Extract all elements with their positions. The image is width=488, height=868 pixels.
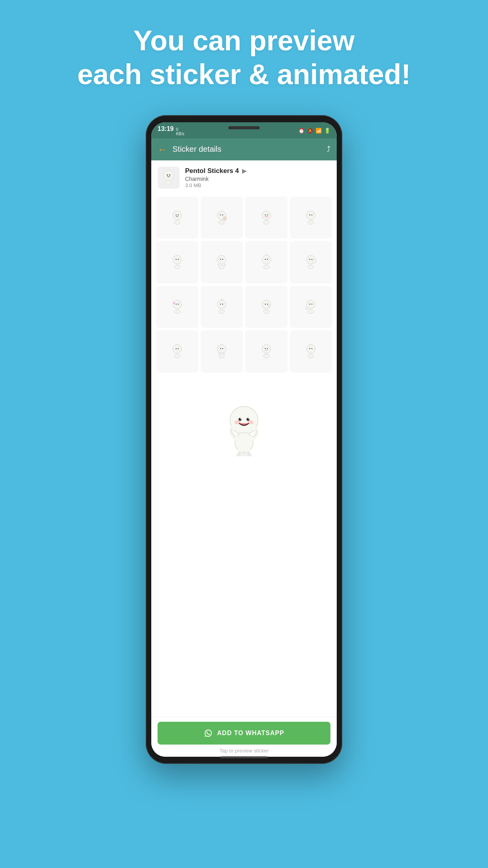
- svg-point-16: [265, 214, 266, 215]
- svg-point-87: [235, 420, 240, 424]
- svg-point-66: [176, 348, 176, 349]
- pack-name-text: Pentol Stickers 4: [185, 167, 239, 175]
- sticker-cell-4[interactable]: [290, 197, 332, 239]
- back-button[interactable]: ←: [158, 144, 167, 155]
- content-area: Pentol Stickers 4 ▶ Charmink 3.0 MB: [151, 160, 337, 757]
- sticker-cell-8[interactable]: [290, 241, 332, 283]
- add-button-text: ADD TO WHATSAPP: [217, 730, 284, 737]
- svg-point-63: [305, 307, 308, 309]
- svg-point-71: [222, 348, 223, 349]
- svg-point-48: [217, 300, 226, 309]
- app-bar-left: ← Sticker details: [158, 144, 222, 155]
- sticker-cell-3[interactable]: [245, 197, 288, 239]
- sticker-cell-15[interactable]: [245, 330, 288, 373]
- pack-thumbnail: [158, 167, 180, 189]
- svg-point-3: [169, 174, 171, 175]
- svg-point-1: [165, 180, 172, 184]
- sticker-cell-10[interactable]: [201, 286, 243, 328]
- svg-line-32: [224, 264, 226, 266]
- svg-point-15: [263, 221, 269, 224]
- svg-point-44: [174, 310, 180, 313]
- svg-rect-58: [268, 304, 270, 307]
- pack-author: Charmink: [185, 176, 330, 182]
- phone-frame: 13:19 0KB/s ⏰ 🔕 📶 🔋 ← Sticker details ⤴: [146, 115, 342, 764]
- svg-point-36: [265, 259, 266, 259]
- svg-point-55: [263, 310, 269, 313]
- svg-point-39: [308, 265, 314, 268]
- svg-point-42: [313, 259, 316, 263]
- svg-point-86: [248, 418, 250, 419]
- sticker-cell-11[interactable]: [245, 286, 288, 328]
- pack-name-row: Pentol Stickers 4 ▶: [185, 167, 330, 175]
- svg-point-65: [174, 354, 180, 358]
- sticker-cell-7[interactable]: [245, 241, 288, 283]
- play-icon[interactable]: ▶: [242, 167, 247, 175]
- svg-point-46: [176, 303, 176, 304]
- svg-point-60: [308, 310, 314, 313]
- svg-point-2: [167, 174, 168, 175]
- svg-point-11: [222, 214, 223, 215]
- pack-size: 3.0 MB: [185, 182, 330, 188]
- svg-point-37: [267, 259, 268, 259]
- svg-point-18: [306, 211, 315, 219]
- svg-point-10: [220, 214, 221, 215]
- phone-mockup: 13:19 0KB/s ⏰ 🔕 📶 🔋 ← Sticker details ⤴: [146, 115, 342, 764]
- svg-point-17: [267, 214, 268, 215]
- svg-point-56: [265, 303, 266, 304]
- svg-point-81: [312, 348, 312, 349]
- svg-point-49: [219, 310, 225, 313]
- sticker-cell-14[interactable]: [201, 330, 243, 373]
- tap-preview-text: Tap to preview sticker: [158, 748, 330, 754]
- svg-point-5: [174, 221, 180, 224]
- svg-point-27: [217, 256, 226, 264]
- status-left: 13:19 0KB/s: [158, 125, 184, 136]
- sticker-cell-1[interactable]: [156, 197, 198, 239]
- share-icon[interactable]: ⤴: [327, 145, 330, 154]
- sticker-grid: [156, 197, 332, 373]
- sticker-cell-5[interactable]: [156, 241, 198, 283]
- sticker-cell-13[interactable]: [156, 330, 198, 373]
- sticker-cell-16[interactable]: [290, 330, 332, 373]
- svg-point-26: [178, 259, 178, 259]
- svg-point-0: [163, 170, 174, 180]
- svg-point-78: [306, 345, 315, 353]
- svg-point-57: [267, 303, 268, 304]
- svg-point-51: [222, 303, 223, 304]
- svg-point-33: [262, 256, 271, 264]
- svg-point-67: [178, 348, 178, 349]
- svg-point-43: [173, 300, 182, 309]
- svg-point-6: [176, 214, 176, 215]
- svg-point-80: [309, 348, 310, 349]
- sticker-cell-2[interactable]: [201, 197, 243, 239]
- svg-point-34: [263, 265, 269, 268]
- svg-point-77: [267, 348, 268, 349]
- add-to-whatsapp-button[interactable]: ADD TO WHATSAPP: [158, 722, 330, 745]
- svg-point-47: [178, 303, 178, 304]
- svg-point-25: [176, 259, 176, 259]
- battery-icon: 🔋: [324, 128, 330, 134]
- svg-point-61: [309, 303, 310, 304]
- sticker-grid-wrapper: [151, 193, 337, 717]
- svg-point-14: [262, 211, 271, 219]
- svg-point-79: [308, 354, 314, 358]
- sticker-preview-large[interactable]: [213, 397, 275, 460]
- svg-point-68: [217, 345, 226, 353]
- sticker-cell-9[interactable]: [156, 286, 198, 328]
- bottom-section: ADD TO WHATSAPP Tap to preview sticker: [151, 717, 337, 757]
- svg-point-74: [262, 345, 271, 353]
- pack-info: Pentol Stickers 4 ▶ Charmink 3.0 MB: [151, 160, 337, 193]
- status-bar: 13:19 0KB/s ⏰ 🔕 📶 🔋: [151, 122, 337, 138]
- svg-point-4: [173, 211, 182, 219]
- svg-line-72: [218, 353, 220, 354]
- sticker-cell-12[interactable]: [290, 286, 332, 328]
- svg-point-69: [219, 354, 225, 358]
- sticker-cell-6[interactable]: [201, 241, 243, 283]
- svg-point-76: [265, 348, 266, 349]
- svg-point-85: [240, 418, 241, 419]
- svg-rect-13: [224, 217, 226, 220]
- whatsapp-icon: [204, 729, 213, 737]
- svg-line-73: [224, 353, 225, 354]
- svg-point-40: [309, 259, 310, 259]
- headline-text: You can preview each sticker & animated!: [54, 24, 434, 92]
- svg-point-21: [312, 214, 312, 215]
